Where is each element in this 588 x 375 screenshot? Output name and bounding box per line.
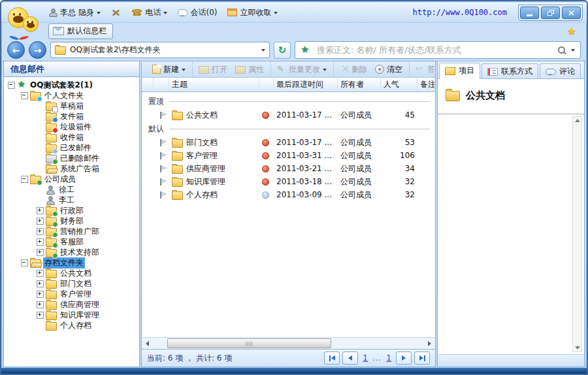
close-button[interactable]: × [562,7,581,19]
tree-expand-toggle[interactable] [8,82,15,89]
search-icon[interactable] [557,46,566,55]
tree-expand-toggle[interactable] [37,238,44,246]
group-header[interactable]: 默认 [142,122,435,136]
tree-item[interactable]: 公共文档 [4,268,139,278]
tree-item[interactable]: 个人文件夹 [4,90,139,101]
table-row[interactable]: 客户管理 2011-03-31 ... 公司成员 106 [142,149,435,162]
tree-expand-toggle[interactable] [37,291,44,298]
flag-icon[interactable] [160,139,161,146]
tree-item[interactable]: 李工 [4,195,139,205]
tree-item[interactable]: 草稿箱 [4,101,139,111]
tree-item[interactable]: 营销推广部 [4,226,139,236]
collect-menu[interactable]: 立即收取 [227,7,278,18]
toolbar-button[interactable]: 新建 [148,61,189,77]
tree-expand-toggle[interactable] [21,176,28,183]
address-dropdown-icon[interactable] [261,49,265,54]
tree-item[interactable]: 发件箱 [4,111,139,122]
phone-menu[interactable]: ☎ 电话 [131,7,167,18]
tree-item[interactable]: 垃圾箱件 [4,122,139,132]
flag-icon[interactable] [160,178,161,186]
toolbar-button[interactable]: 批量更改 [270,61,331,77]
toolbar-button[interactable]: 删除 [333,61,371,77]
column-hits[interactable]: 人气 [381,78,417,91]
tree-item[interactable]: 部门文档 [4,278,139,289]
toolbar-button[interactable]: 答复 [409,61,436,77]
tools-button[interactable] [111,8,121,17]
detail-tab[interactable]: 项目 [439,63,480,79]
flag-icon[interactable] [160,112,161,119]
tree-item[interactable]: 公司成员 [4,174,139,184]
tree-expand-toggle[interactable] [37,270,44,277]
back-button[interactable]: ← [7,41,25,59]
tree-item[interactable]: 徐工 [4,184,139,195]
tree-item[interactable]: 供应商管理 [4,299,139,310]
toolbar-button[interactable]: 打开 [192,61,231,77]
detail-tab[interactable]: 评论 [540,63,581,78]
column-owner[interactable]: 所有者 [338,78,381,91]
tree-item[interactable]: 行政部 [4,205,139,216]
address-bar[interactable]: OQ测试套装2\存档文件夹 [50,42,270,58]
default-infobar-button[interactable]: 默认信息栏 [48,24,113,39]
column-status[interactable] [259,78,274,91]
table-row[interactable]: 个人存档 2011-03-09 ... 公司成员 32 [142,188,435,201]
tree-expand-toggle[interactable] [37,249,44,256]
tree-item[interactable]: 已发邮件 [4,142,139,153]
prev-page-button[interactable] [342,351,358,365]
session-button[interactable]: 会话(0) [178,7,217,18]
search-dropdown-icon[interactable] [571,49,575,54]
tree-item[interactable]: 技术支持部 [4,247,139,257]
tree-item[interactable]: 已删除邮件 [4,153,139,163]
tree-expand-toggle[interactable] [37,228,44,235]
table-row[interactable]: 公共文档 2011-03-17 ... 公司成员 45 [142,108,435,122]
column-note[interactable]: 备注 [417,78,435,91]
toolbar-button[interactable]: 清空 [371,61,406,77]
group-header[interactable]: 置顶 [142,94,435,108]
scroll-up-icon[interactable] [575,119,580,122]
table-row[interactable]: 部门文档 2011-03-17 ... 公司成员 53 [142,136,435,149]
tree-expand-toggle[interactable] [37,312,44,319]
tree-item[interactable]: 知识库管理 [4,310,139,320]
tree-item[interactable]: 系统广告箱 [4,163,139,174]
flag-icon[interactable] [160,152,161,159]
table-row[interactable]: 知识库管理 2011-03-18 ... 公司成员 32 [142,175,435,188]
search-input[interactable] [316,44,553,56]
scroll-left-button[interactable] [142,338,153,349]
column-date[interactable]: 最后跟进时间 [274,78,338,91]
tree-expand-toggle[interactable] [37,207,44,214]
tree-item[interactable]: 客户管理 [4,289,139,299]
minimize-button[interactable] [520,7,539,19]
restore-button[interactable] [541,7,560,19]
tree-expand-toggle[interactable] [37,218,44,225]
forward-button[interactable]: → [29,41,46,59]
column-flag[interactable] [154,78,169,91]
first-page-button[interactable] [324,351,340,365]
tree-expand-toggle[interactable] [21,259,28,267]
refresh-button[interactable]: ↻ [274,42,291,59]
table-row[interactable]: 供应商管理 2011-03-21 ... 公司成员 34 [142,162,435,175]
flag-icon[interactable] [160,165,161,172]
scroll-right-button[interactable] [424,338,435,349]
tree-item[interactable]: 客服部 [4,236,139,247]
tree-expand-toggle[interactable] [37,301,44,308]
tree-expand-toggle[interactable] [21,92,28,99]
next-page-button[interactable] [396,351,412,365]
page-link-current[interactable]: 1 [363,353,368,363]
flag-icon[interactable] [160,191,161,199]
tree-item[interactable]: OQ测试套装2(1) [4,80,139,90]
last-page-button[interactable] [414,351,430,365]
tree-item[interactable]: 存档文件夹 [4,257,139,268]
page-link-last[interactable]: 1 [386,353,391,363]
vertical-scrollbar[interactable] [572,116,582,352]
scrollbar-thumb[interactable] [167,338,331,348]
tree-item[interactable]: 财务部 [4,216,139,226]
toolbar-button[interactable]: 属性 [231,61,268,77]
favorite-star-icon[interactable]: ★ [567,25,576,37]
tree-expand-toggle[interactable] [37,280,44,287]
user-status-menu[interactable]: 李总 隐身 [48,7,101,18]
tree-item[interactable]: 收件箱 [4,132,139,142]
column-subject[interactable]: 主题 [169,78,259,91]
scrollbar-track[interactable] [153,338,424,349]
detail-tab[interactable]: 联系方式 [482,63,538,78]
scroll-down-icon[interactable] [575,346,580,350]
tree-item[interactable]: 个人存档 [4,320,139,331]
